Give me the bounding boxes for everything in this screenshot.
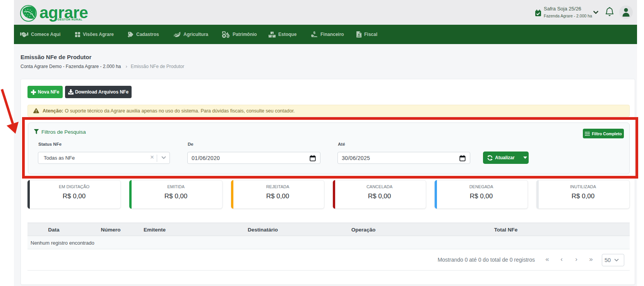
svg-text:GESTOR RURAL: GESTOR RURAL	[57, 18, 82, 21]
